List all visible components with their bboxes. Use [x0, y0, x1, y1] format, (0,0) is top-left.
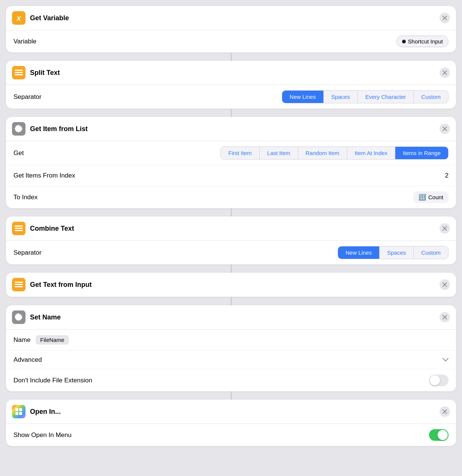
set-name-icon: [12, 310, 25, 324]
set-name-toggle-label: Don't Include File Extension: [13, 377, 92, 384]
open-in-card: Open In... Show Open In Menu: [6, 400, 456, 446]
combine-text-header: Combine Text: [6, 216, 456, 241]
split-text-close-button[interactable]: [440, 67, 450, 78]
open-in-toggle-label: Show Open In Menu: [13, 431, 72, 439]
svg-rect-21: [15, 408, 18, 411]
svg-rect-23: [15, 412, 18, 415]
connector-line: [231, 208, 232, 216]
get-item-from-list-number-row: Get Items From Index2: [6, 165, 456, 186]
get-item-from-list-seg-first-item[interactable]: First Item: [221, 147, 260, 159]
get-item-from-list-get-row: GetFirst ItemLast ItemRandom ItemItem At…: [6, 141, 456, 165]
split-text-header: Split Text: [6, 61, 456, 85]
split-text-separator-row: SeparatorNew LinesSpacesEvery CharacterC…: [6, 85, 456, 109]
svg-rect-9: [15, 225, 23, 227]
svg-rect-10: [15, 228, 23, 229]
split-text-seg-control[interactable]: New LinesSpacesEvery CharacterCustom: [282, 90, 449, 103]
count-pill-text: Count: [428, 194, 443, 200]
svg-rect-4: [15, 74, 23, 75]
combine-text-label: Separator: [13, 249, 42, 257]
set-name-var-tag[interactable]: FileName: [36, 335, 69, 345]
combine-text-close-button[interactable]: [440, 223, 450, 234]
combine-text-seg-spaces[interactable]: Spaces: [380, 246, 414, 259]
combine-text-seg-control[interactable]: New LinesSpacesCustom: [338, 246, 449, 259]
connector-line: [231, 264, 232, 273]
split-text-label: Separator: [13, 93, 42, 101]
combine-text-card: Combine Text SeparatorNew LinesSpacesCus…: [6, 216, 456, 264]
split-text-segmented: New LinesSpacesEvery CharacterCustom: [282, 90, 449, 103]
get-item-from-list-label: Get: [13, 149, 24, 157]
get-item-from-list-to-index-row: To Index🔢Count: [6, 186, 456, 208]
get-item-from-list-segmented: First ItemLast ItemRandom ItemItem At In…: [220, 146, 449, 160]
set-name-tag-label: Name: [13, 336, 30, 344]
get-item-from-list-seg-items-in-range[interactable]: Items in Range: [395, 147, 448, 159]
get-variable-icon: x: [12, 11, 25, 25]
get-text-from-input-close-button[interactable]: [440, 279, 450, 290]
toggle-thumb: [438, 430, 448, 440]
set-name-toggle-row: Don't Include File Extension: [6, 369, 456, 391]
set-name-advanced-label: Advanced: [13, 356, 42, 364]
split-text-seg-new-lines[interactable]: New Lines: [282, 91, 324, 103]
get-item-from-list-card: Get Item from List GetFirst ItemLast Ite…: [6, 117, 456, 208]
open-in-icon: [12, 405, 25, 418]
get-variable-row-label: Variable: [13, 38, 36, 45]
svg-rect-3: [15, 72, 23, 73]
get-item-from-list-seg-last-item[interactable]: Last Item: [260, 147, 298, 159]
connector-line: [231, 109, 232, 117]
svg-rect-16: [15, 286, 23, 287]
get-item-from-list-title: Get Item from List: [30, 125, 435, 133]
get-item-from-list-row-label: To Index: [13, 194, 37, 201]
get-variable-variable-row: VariableShortcut Input: [6, 30, 456, 52]
get-item-from-list-number-value: 2: [445, 172, 449, 179]
get-variable-close-button[interactable]: [440, 13, 450, 23]
svg-rect-14: [15, 282, 23, 283]
get-variable-header: xGet Variable: [6, 6, 456, 30]
get-item-from-list-seg-control[interactable]: First ItemLast ItemRandom ItemItem At In…: [220, 146, 449, 160]
get-item-from-list-close-button[interactable]: [440, 124, 450, 134]
set-name-tag-row: NameFileName: [6, 330, 456, 351]
get-item-from-list-icon: [12, 122, 25, 136]
split-text-seg-spaces[interactable]: Spaces: [324, 91, 358, 103]
svg-rect-11: [15, 230, 23, 231]
svg-rect-22: [19, 408, 22, 411]
open-in-toggle-value: [429, 429, 449, 441]
set-name-card: Set Name NameFileNameAdvanced Don't Incl…: [6, 305, 456, 391]
chevron-down-icon: [443, 356, 449, 364]
get-item-from-list-number-label: Get Items From Index: [13, 172, 75, 179]
get-text-from-input-card: Get Text from Input: [6, 273, 456, 297]
get-item-from-list-header: Get Item from List: [6, 117, 456, 141]
get-text-from-input-title: Get Text from Input: [30, 281, 435, 289]
split-text-icon: [12, 66, 25, 79]
set-name-toggle-value: [429, 375, 449, 386]
combine-text-separator-row: SeparatorNew LinesSpacesCustom: [6, 241, 456, 264]
get-item-from-list-count-pill[interactable]: 🔢Count: [413, 191, 449, 203]
set-name-close-button[interactable]: [440, 312, 450, 322]
combine-text-seg-new-lines[interactable]: New Lines: [338, 246, 380, 259]
get-item-from-list-seg-random-item[interactable]: Random Item: [298, 147, 347, 159]
get-variable-card: xGet Variable VariableShortcut Input: [6, 6, 456, 52]
split-text-seg-every-character[interactable]: Every Character: [358, 91, 414, 103]
get-variable-title: Get Variable: [30, 14, 435, 22]
shortcut-pill-text: Shortcut Input: [408, 38, 443, 45]
open-in-toggle[interactable]: [429, 429, 449, 441]
get-variable-row-value[interactable]: Shortcut Input: [396, 36, 449, 47]
combine-text-seg-custom[interactable]: Custom: [414, 246, 448, 259]
split-text-seg-custom[interactable]: Custom: [414, 91, 448, 103]
get-text-from-input-header: Get Text from Input: [6, 273, 456, 297]
get-text-from-input-icon: [12, 278, 25, 291]
get-item-from-list-number: 2: [445, 172, 449, 179]
get-variable-shortcut-pill[interactable]: Shortcut Input: [396, 36, 449, 47]
get-item-from-list-row-value[interactable]: 🔢Count: [413, 191, 449, 203]
svg-rect-15: [15, 284, 23, 285]
open-in-close-button[interactable]: [440, 406, 450, 417]
open-in-title: Open In...: [30, 408, 435, 416]
combine-text-icon: [12, 222, 25, 235]
set-name-advanced-row[interactable]: Advanced: [6, 351, 456, 369]
split-text-card: Split Text SeparatorNew LinesSpacesEvery…: [6, 61, 456, 109]
split-text-title: Split Text: [30, 69, 435, 77]
open-in-header: Open In...: [6, 400, 456, 424]
set-name-title: Set Name: [30, 313, 435, 321]
connector-line: [231, 52, 232, 61]
open-in-toggle-row: Show Open In Menu: [6, 424, 456, 446]
get-item-from-list-seg-item-at-index[interactable]: Item At Index: [347, 147, 396, 159]
set-name-toggle[interactable]: [429, 375, 449, 386]
